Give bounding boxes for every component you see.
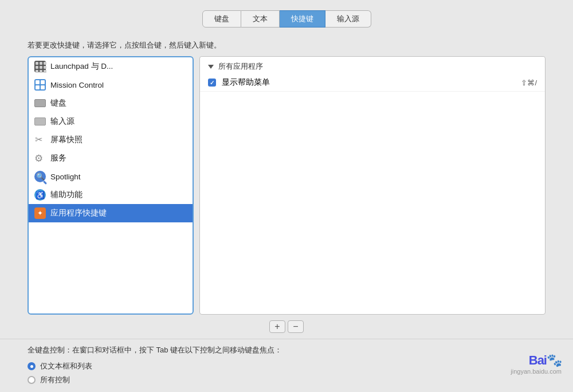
- add-remove-bar: + −: [0, 315, 573, 339]
- baidu-watermark: Bai🐾 jingyan.baidu.com: [511, 353, 562, 375]
- sidebar-item-appshortcut[interactable]: ✦ 应用程序快捷键: [29, 204, 193, 222]
- sidebar-item-keyboard[interactable]: 键盘: [29, 94, 193, 112]
- sidebar-item-label: 键盘: [50, 98, 66, 108]
- sidebar-item-label: 应用程序快捷键: [50, 208, 107, 218]
- right-panel-header: 所有应用程序: [218, 61, 263, 72]
- sidebar-item-accessibility[interactable]: ♿ 辅助功能: [29, 186, 193, 204]
- footer: 全键盘控制：在窗口和对话框中，按下 Tab 键在以下控制之间移动键盘焦点： 仅文…: [0, 339, 573, 392]
- footer-title: 全键盘控制：在窗口和对话框中，按下 Tab 键在以下控制之间移动键盘焦点：: [28, 345, 545, 355]
- input-icon: [34, 116, 46, 127]
- sidebar-item-label: 服务: [50, 153, 66, 163]
- radio-all-circle[interactable]: [28, 376, 36, 384]
- appshortcut-icon: ✦: [34, 207, 46, 219]
- launchpad-icon: [34, 61, 46, 72]
- tab-keyboard[interactable]: 键盘: [202, 10, 241, 28]
- sidebar-item-spotlight[interactable]: 🔍 Spotlight: [29, 167, 193, 186]
- mission-icon: [34, 79, 46, 91]
- tab-text[interactable]: 文本: [241, 10, 280, 28]
- baidu-logo: Bai🐾: [529, 353, 562, 368]
- tab-input-source[interactable]: 输入源: [325, 10, 371, 28]
- sidebar-item-label: Launchpad 与 D...: [50, 61, 113, 72]
- radio-option-all[interactable]: 所有控制: [28, 375, 545, 385]
- sidebar-item-label: 辅助功能: [50, 190, 83, 200]
- sidebar-item-screenshot[interactable]: 屏幕快照: [29, 131, 193, 149]
- sidebar-item-input[interactable]: 输入源: [29, 112, 193, 131]
- triangle-icon: [208, 65, 214, 69]
- sidebar: Launchpad 与 D... Mission Control 键盘 输入源: [28, 56, 194, 315]
- remove-shortcut-button[interactable]: −: [288, 320, 304, 333]
- radio-text-only-circle[interactable]: [28, 362, 36, 370]
- keyboard-icon: [34, 97, 46, 109]
- sidebar-item-mission[interactable]: Mission Control: [29, 76, 193, 94]
- sidebar-item-label: 输入源: [50, 116, 74, 127]
- right-header: 所有应用程序: [200, 57, 545, 74]
- shortcut-row-label: 显示帮助菜单: [222, 77, 515, 88]
- shortcut-row[interactable]: 显示帮助菜单 ⇧⌘/: [200, 74, 545, 92]
- footer-options: 仅文本框和列表 所有控制: [28, 361, 545, 385]
- sidebar-item-label: 屏幕快照: [50, 135, 83, 145]
- sidebar-item-services[interactable]: 服务: [29, 149, 193, 167]
- shortcut-row-keys: ⇧⌘/: [521, 79, 537, 87]
- services-icon: [34, 152, 46, 164]
- add-shortcut-button[interactable]: +: [269, 320, 285, 333]
- baidu-sub: jingyan.baidu.com: [511, 368, 562, 375]
- instruction-text: 若要更改快捷键，请选择它，点按组合键，然后键入新键。: [0, 36, 573, 56]
- main-content: Launchpad 与 D... Mission Control 键盘 输入源: [0, 56, 573, 315]
- sidebar-item-launchpad[interactable]: Launchpad 与 D...: [29, 57, 193, 76]
- tab-shortcut[interactable]: 快捷键: [280, 10, 325, 28]
- checkbox-help-menu[interactable]: [208, 79, 216, 87]
- accessibility-icon: ♿: [34, 189, 46, 201]
- radio-text-only-label: 仅文本框和列表: [40, 361, 92, 371]
- sidebar-item-label: Spotlight: [50, 173, 81, 181]
- radio-all-label: 所有控制: [40, 375, 70, 385]
- radio-option-text-only[interactable]: 仅文本框和列表: [28, 361, 545, 371]
- tab-bar: 键盘 文本 快捷键 输入源: [0, 0, 573, 36]
- spotlight-icon: 🔍: [34, 171, 46, 182]
- sidebar-item-label: Mission Control: [50, 81, 104, 89]
- right-spacer: [200, 92, 545, 314]
- screenshot-icon: [34, 134, 46, 146]
- right-panel: 所有应用程序 显示帮助菜单 ⇧⌘/: [199, 56, 545, 315]
